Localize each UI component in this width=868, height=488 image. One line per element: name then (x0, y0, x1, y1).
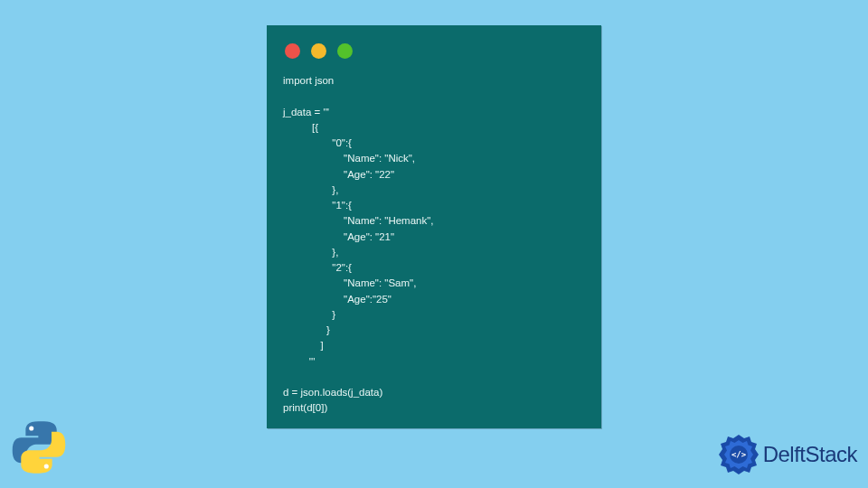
svg-point-1 (44, 464, 49, 468)
close-dot-icon (285, 43, 300, 59)
window-traffic-lights (285, 43, 585, 59)
code-window: import json j_data = ''' [{ "0":{ "Name"… (267, 25, 601, 428)
delftstack-brand: </> DelftStack (718, 434, 857, 475)
python-logo-icon (7, 416, 71, 483)
maximize-dot-icon (337, 43, 353, 59)
svg-text:</>: </> (731, 450, 746, 459)
code-content: import json j_data = ''' [{ "0":{ "Name"… (283, 73, 585, 417)
delftstack-badge-icon: </> (718, 434, 760, 475)
brand-name: DelftStack (763, 442, 857, 467)
svg-point-0 (29, 426, 33, 430)
minimize-dot-icon (311, 43, 326, 59)
